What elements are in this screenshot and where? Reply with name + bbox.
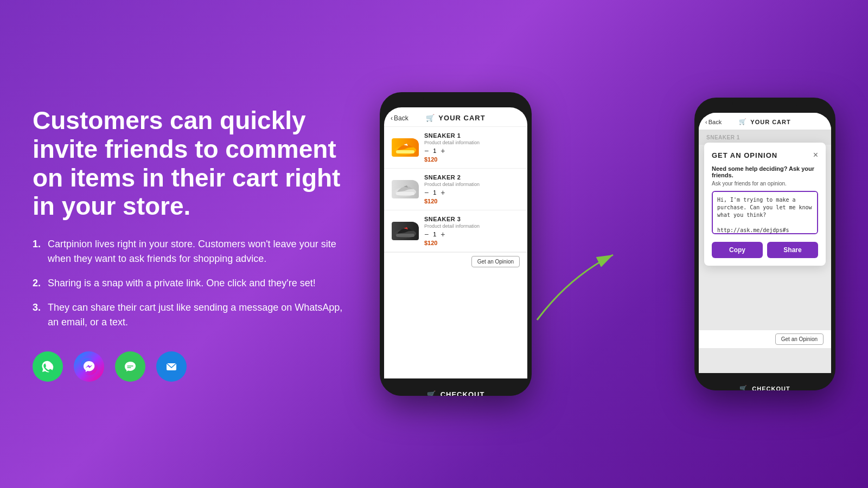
phone2-back-button[interactable]: ‹ Back <box>705 119 722 125</box>
phone2-checkout-label: CHECKOUT <box>752 386 790 391</box>
modal-header: GET AN OPINION × <box>712 150 818 160</box>
phone2-cart-title: 🛒 YOUR CART <box>739 118 790 125</box>
item1-details: SNEAKER 1 Product detail information − 1… <box>424 132 520 163</box>
cart-items: SNEAKER 1 Product detail information − 1… <box>384 127 527 252</box>
item2-name: SNEAKER 2 <box>424 174 520 181</box>
phone2-cart-icon: 🛒 <box>739 118 747 125</box>
modal-message-input[interactable]: Hi, I'm trying to make a purchase. Can y… <box>712 191 818 234</box>
item3-minus[interactable]: − <box>424 230 429 238</box>
svg-point-1 <box>80 358 98 375</box>
phone1-frame: ‹ Back 🛒 YOUR CART <box>380 92 532 396</box>
phone1-screen: ‹ Back 🛒 YOUR CART <box>384 107 527 378</box>
modal-close-button[interactable]: × <box>813 150 818 160</box>
imessage-icon[interactable] <box>115 351 145 382</box>
item2-details: SNEAKER 2 Product detail information − 1… <box>424 174 520 204</box>
get-opinion-button[interactable]: Get an Opinion <box>471 256 520 267</box>
cart-icon: 🛒 <box>426 114 435 122</box>
phone2-checkout-bar[interactable]: 🛒 CHECKOUT <box>694 377 835 390</box>
feature-list-item: 3.They can share their cart just like se… <box>33 300 347 330</box>
share-button[interactable]: Share <box>767 242 818 258</box>
arrow-graphic <box>526 222 635 331</box>
phone2-bg: ‹ Back 🛒 YOUR CART SNEAKER 1 <box>699 113 831 373</box>
item1-price: $120 <box>424 156 520 163</box>
back-button[interactable]: ‹ Back <box>391 114 409 122</box>
item1-name: SNEAKER 1 <box>424 132 520 139</box>
sneaker1-image <box>392 138 419 157</box>
feature-list-item: 2.Sharing is a snap with a private link.… <box>33 276 347 291</box>
phone2-cart-title-text: YOUR CART <box>750 119 790 125</box>
feature-num: 2. <box>33 276 41 291</box>
email-icon[interactable] <box>156 351 187 382</box>
item2-price: $120 <box>424 198 520 204</box>
opinion-modal: GET AN OPINION × Need some help deciding… <box>704 143 826 266</box>
item3-name: SNEAKER 3 <box>424 216 520 222</box>
cart-item-2: SNEAKER 2 Product detail information − 1… <box>384 169 527 210</box>
checkout-label: CHECKOUT <box>441 390 485 396</box>
phone2-checkout-cart-icon: 🛒 <box>739 385 748 390</box>
whatsapp-icon[interactable] <box>33 351 63 382</box>
item1-desc: Product detail information <box>424 140 520 145</box>
item2-desc: Product detail information <box>424 182 520 187</box>
phone2-get-opinion-button[interactable]: Get an Opinion <box>775 333 824 345</box>
item2-plus[interactable]: + <box>441 189 445 196</box>
checkout-bar[interactable]: 🛒 CHECKOUT <box>380 383 532 396</box>
svg-rect-6 <box>396 150 414 153</box>
cart-title: 🛒 YOUR CART <box>426 114 485 122</box>
cart-item-1: SNEAKER 1 Product detail information − 1… <box>384 127 527 169</box>
phone2-opinion-bar: Get an Opinion <box>699 330 831 348</box>
checkout-cart-icon: 🛒 <box>427 390 436 396</box>
right-panel: ‹ Back 🛒 YOUR CART <box>369 22 835 466</box>
cart-item-3: SNEAKER 3 Product detail information − 1… <box>384 210 527 252</box>
cart-header: ‹ Back 🛒 YOUR CART <box>384 107 527 127</box>
item1-minus[interactable]: − <box>424 147 429 155</box>
item2-qty-value: 1 <box>433 189 436 196</box>
phone2-back-chevron: ‹ <box>705 119 707 125</box>
phone2-hidden-item: SNEAKER 1 <box>706 134 740 140</box>
svg-rect-10 <box>396 234 414 237</box>
phone2-frame: ‹ Back 🛒 YOUR CART SNEAKER 1 <box>694 98 835 390</box>
headline: Customers can quickly invite friends to … <box>33 106 347 221</box>
social-icons <box>33 351 347 382</box>
item3-qty: − 1 + <box>424 230 520 238</box>
feature-list: 1.Cartpinion lives right in your store. … <box>33 237 347 330</box>
sneaker3-image <box>392 222 419 240</box>
item3-desc: Product detail information <box>424 223 520 229</box>
item3-details: SNEAKER 3 Product detail information − 1… <box>424 216 520 246</box>
back-label: Back <box>394 114 409 122</box>
item1-qty-value: 1 <box>433 147 436 154</box>
phone2-screen: ‹ Back 🛒 YOUR CART SNEAKER 1 <box>699 113 831 373</box>
item3-price: $120 <box>424 240 520 246</box>
feature-num: 3. <box>33 300 41 315</box>
phone2-header: ‹ Back 🛒 YOUR CART <box>699 113 831 130</box>
item3-plus[interactable]: + <box>441 230 445 238</box>
item1-qty: − 1 + <box>424 147 520 155</box>
modal-sub2: Ask your friends for an opinion. <box>712 181 818 187</box>
copy-button[interactable]: Copy <box>712 242 763 258</box>
get-opinion-bar: Get an Opinion <box>384 252 527 271</box>
messenger-icon[interactable] <box>74 351 104 382</box>
feature-list-item: 1.Cartpinion lives right in your store. … <box>33 237 347 266</box>
svg-rect-8 <box>396 192 414 195</box>
item2-qty: − 1 + <box>424 189 520 196</box>
modal-actions: Copy Share <box>712 242 818 258</box>
phone2-back-label: Back <box>709 119 722 125</box>
cart-title-text: YOUR CART <box>438 114 485 122</box>
modal-subtitle: Need some help deciding? Ask your friend… <box>712 165 818 178</box>
modal-title: GET AN OPINION <box>712 151 777 159</box>
sneaker2-image <box>392 180 419 198</box>
back-chevron-icon: ‹ <box>391 114 393 122</box>
item1-plus[interactable]: + <box>441 147 445 155</box>
left-panel: Customers can quickly invite friends to … <box>33 106 369 382</box>
item2-minus[interactable]: − <box>424 189 429 196</box>
item3-qty-value: 1 <box>433 231 436 237</box>
feature-num: 1. <box>33 237 41 252</box>
